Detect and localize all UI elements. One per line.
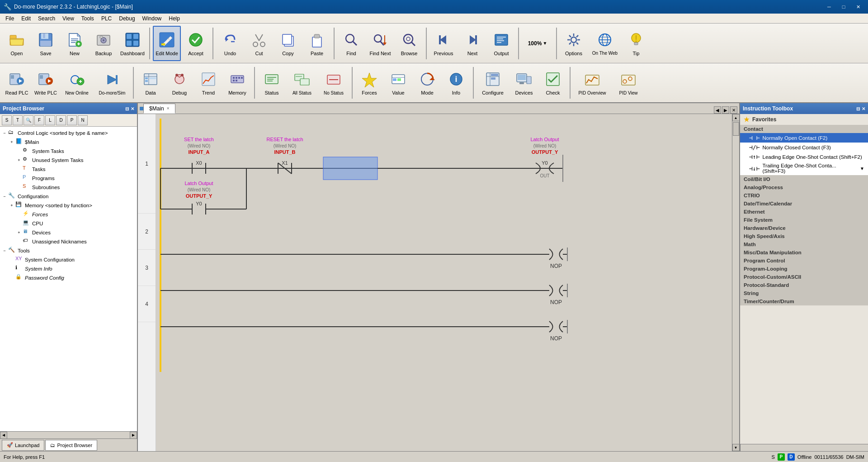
mode-button[interactable]: Mode [413,65,441,100]
find-next-button[interactable]: Find Next [366,26,394,61]
tree-item-programs[interactable]: P Programs [0,174,137,183]
on-the-web-button[interactable]: On The Web [589,26,621,61]
tree-item-devices[interactable]: + 🖥 Devices [0,228,137,237]
find-button[interactable]: Find [337,26,365,61]
tree-item-password-config[interactable]: 🔒 Password Config [0,273,137,282]
tree-item-subroutines[interactable]: S Subroutines [0,183,137,192]
itb-section-highspeed[interactable]: High Speed/Axis [740,232,868,240]
pid-overview-button[interactable]: PID Overview [573,65,611,100]
itb-section-program-control[interactable]: Program Control [740,257,868,265]
itb-section-timer[interactable]: Timer/Counter/Drum [740,297,868,305]
expand-configuration[interactable]: − [1,194,8,199]
copy-button[interactable]: Copy [274,26,302,61]
tree-item-system-config[interactable]: XY System Configuration [0,255,137,264]
itb-section-hardware[interactable]: Hardware/Device [740,224,868,232]
tree-item-main[interactable]: + 📘 $Main [0,138,137,147]
main-tab[interactable]: $Main × [143,104,175,114]
tree-item-system-tasks[interactable]: ⚙ System Tasks [0,147,137,156]
tree-item-unused-system-tasks[interactable]: + ⚙ Unused System Tasks [0,156,137,165]
tab-nav-left[interactable]: ◀ [714,106,721,114]
itb-section-misc[interactable]: Misc/Data Manipulation [740,248,868,257]
pb-list-button[interactable]: L [45,115,55,125]
tree-item-configuration[interactable]: − 🔧 Configuration [0,192,137,201]
accept-button[interactable]: Accept [182,26,210,61]
tree-item-cpu[interactable]: 💻 CPU [0,219,137,228]
itb-nc-contact[interactable]: ⊣/⊢ Normally Closed Contact (F3) [740,143,868,152]
pb-detail-button[interactable]: D [56,115,66,125]
pb-search-button[interactable]: 🔍 [24,115,33,125]
main-tab-close[interactable]: × [167,106,170,111]
options-button[interactable]: Options [560,26,588,61]
do-more-sim-button[interactable]: Do-more/Sim [94,65,130,100]
menu-plc[interactable]: PLC [98,14,115,23]
itb-section-protocol-custom[interactable]: Protocol-Custom/ASCII [740,273,868,281]
close-button[interactable]: ✕ [852,2,864,11]
itb-section-coil[interactable]: Coil/Bit I/O [740,175,868,183]
itb-section-contact[interactable]: Contact [740,125,868,133]
scroll-down[interactable]: ▼ [732,444,740,451]
itb-section-protocol-standard[interactable]: Protocol-Standard [740,281,868,289]
data-button[interactable]: Data [137,65,165,100]
new-online-button[interactable]: New Online [61,65,93,100]
trend-button[interactable]: Trend [194,65,222,100]
devices-button[interactable]: Devices [510,65,538,100]
expand-tools[interactable]: − [1,248,8,253]
itb-section-string[interactable]: String [740,289,868,297]
dashboard-button[interactable]: Dashboard [118,26,146,61]
edit-mode-button[interactable]: Edit Mode [153,26,181,61]
expand-control-logic[interactable]: − [1,131,8,135]
forces-button[interactable]: Forces [355,65,383,100]
project-browser-tab[interactable]: 🗂 Project Browser [45,440,97,451]
no-status-button[interactable]: No Status [318,65,349,100]
expand-unused-system-tasks[interactable]: + [15,158,23,162]
pb-scroll-right[interactable]: ▶ [130,432,137,439]
menu-window[interactable]: Window [139,14,165,23]
itb-section-ethernet[interactable]: Ethernet [740,208,868,216]
tree-item-forces[interactable]: ⚡ Forces [0,210,137,219]
debug-button[interactable]: Debug [165,65,193,100]
maximize-button[interactable]: □ [837,2,850,11]
itb-dock-icon[interactable]: ⊟ [856,106,860,111]
pb-filter-button[interactable]: F [34,115,44,125]
pb-close-icon[interactable]: ✕ [131,106,134,111]
paste-button[interactable]: Paste [303,26,331,61]
pb-sort-button[interactable]: S [2,115,12,125]
zoom-button[interactable]: 100% ▼ [522,26,553,61]
pb-dock-icon[interactable]: ⊟ [125,106,129,111]
expand-devices[interactable]: + [15,230,23,235]
menu-search[interactable]: Search [34,14,59,23]
tree-item-memory[interactable]: + 💾 Memory <sorted by function> [0,201,137,210]
tree-item-control-logic[interactable]: − 🗂 Control Logic <sorted by type & name… [0,129,137,138]
launchpad-tab[interactable]: 🚀 Launchpad [2,440,44,451]
itb-close-icon[interactable]: ✕ [862,106,865,111]
itb-le-oneshot[interactable]: ⊣↑⊢ Leading Edge One-Shot Contact (Shift… [740,152,868,162]
menu-tools[interactable]: Tools [78,14,98,23]
undo-button[interactable]: Undo [216,26,244,61]
itb-section-datetime[interactable]: Date/Time/Calendar [740,200,868,208]
previous-button[interactable]: Previous [429,26,458,61]
open-button[interactable]: Open [3,26,31,61]
tip-button[interactable]: Tip [622,26,650,61]
itb-section-program-looping[interactable]: Program-Looping [740,265,868,273]
pb-tree-button[interactable]: T [13,115,23,125]
menu-debug[interactable]: Debug [115,14,138,23]
next-button[interactable]: Next [458,26,486,61]
tab-nav-close[interactable]: ✕ [730,106,737,114]
itb-section-math[interactable]: Math [740,240,868,248]
tree-item-system-info[interactable]: ℹ System Info [0,264,137,273]
memory-button[interactable]: Memory [223,65,251,100]
value-button[interactable]: Value [384,65,412,100]
ladder-canvas[interactable]: SET the latch (Wired NO) INPUT_A X0 RESE… [156,114,732,451]
save-button[interactable]: Save [32,26,60,61]
menu-edit[interactable]: Edit [18,14,34,23]
configure-button[interactable]: Configure [476,65,509,100]
all-status-button[interactable]: All Status [287,65,317,100]
menu-help[interactable]: Help [165,14,184,23]
status-button[interactable]: Status [258,65,286,100]
read-plc-button[interactable]: Read PLC [3,65,31,100]
minimize-button[interactable]: ─ [823,2,835,11]
cut-button[interactable]: Cut [245,26,273,61]
browse-button[interactable]: Browse [395,26,423,61]
expand-memory[interactable]: + [8,203,15,208]
pb-scroll-left[interactable]: ◀ [0,432,7,439]
